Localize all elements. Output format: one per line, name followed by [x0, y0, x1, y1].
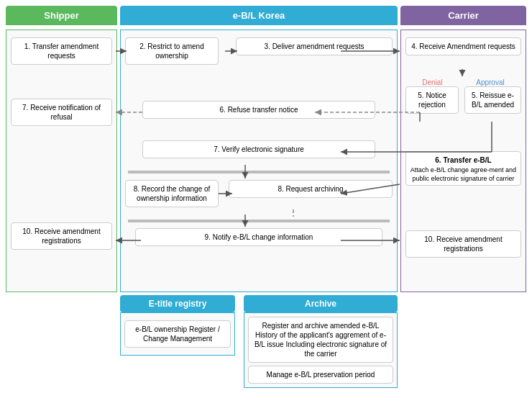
carrier-column: 4. Receive Amendment requests Denial App… — [400, 30, 526, 292]
carrier-step6-desc: Attach e-B/L change agree-ment and publi… — [409, 166, 518, 183]
etitle-content: e-B/L ownership Register / Change Manage… — [124, 320, 231, 348]
denial-approval-labels: Denial Approval — [405, 78, 521, 86]
ebl-step8-request: 8. Request archiving — [229, 180, 393, 198]
ebl-step8-record: 8. Record the change of ownership inform… — [125, 180, 219, 207]
ebl-step3: 3. Deliver amendment requests — [236, 37, 393, 55]
bottom-carrier-spacer — [400, 295, 526, 388]
archive-content2: Manage e-B/L preservation period — [248, 366, 393, 384]
archive-content1: Register and archive amended e-B/L Histo… — [248, 317, 393, 363]
carrier-header: Carrier — [400, 6, 526, 25]
ebl-step6-refuse: 6. Refuse transfer notice — [142, 101, 375, 119]
archive-section: Archive Register and archive amended e-B… — [244, 295, 398, 388]
denial-label: Denial — [422, 78, 442, 86]
ebl-column: 2. Restrict to amend ownership 3. Delive… — [120, 30, 398, 292]
carrier-step10: 10. Receive amendment registrations — [405, 230, 521, 258]
shipper-step7: 7. Receive notification of refusal — [11, 99, 112, 126]
shipper-header: Shipper — [6, 6, 117, 25]
carrier-step6-label: 6. Transfer e-B/L — [409, 155, 518, 165]
header-row: Shipper e-B/L Korea Carrier — [6, 6, 526, 25]
archive-header: Archive — [244, 295, 398, 312]
shipper-step10: 10. Receive amendment registrations — [11, 222, 112, 250]
bottom-section: E-title registry e-B/L ownership Registe… — [6, 295, 526, 388]
ebl-step2: 2. Restrict to amend ownership — [125, 37, 219, 65]
carrier-step4: 4. Receive Amendment requests — [405, 37, 521, 55]
etitle-header: E-title registry — [120, 295, 235, 312]
ebl-step7-verify: 7. Verify electronic signature — [142, 140, 375, 158]
diagram: Shipper e-B/L Korea Carrier 1. Transfer … — [0, 0, 532, 411]
ebl-header: e-B/L Korea — [120, 6, 398, 25]
shipper-step1: 1. Transfer amendment requests — [11, 37, 112, 65]
carrier-step6-transfer: 6. Transfer e-B/L Attach e-B/L change ag… — [405, 151, 521, 186]
bottom-gap — [238, 295, 241, 388]
carrier-step5-reissue: 5. Reissue e-B/L amended — [464, 86, 521, 114]
carrier-step5-notice: 5. Notice rejection — [405, 86, 459, 114]
etitle-section: E-title registry e-B/L ownership Registe… — [120, 295, 235, 388]
shipper-column: 1. Transfer amendment requests 7. Receiv… — [6, 30, 117, 292]
bottom-shipper-spacer — [6, 295, 117, 388]
ebl-step9-notify: 9. Notify e-B/L change information — [135, 228, 382, 246]
approval-label: Approval — [476, 78, 504, 86]
archive-body: Register and archive amended e-B/L Histo… — [244, 312, 398, 388]
etitle-body: e-B/L ownership Register / Change Manage… — [120, 312, 235, 356]
